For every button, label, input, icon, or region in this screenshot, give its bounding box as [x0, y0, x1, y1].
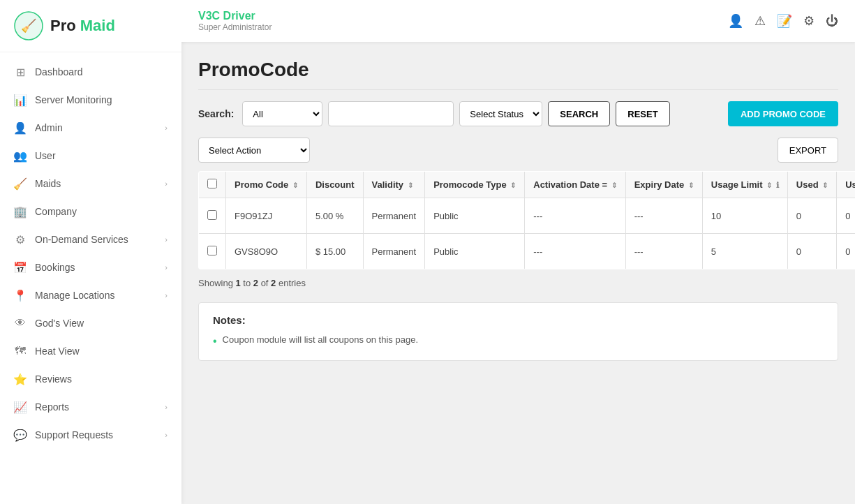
col-validity[interactable]: Validity ⇕ [363, 172, 425, 198]
sidebar-item-bookings[interactable]: 📅 Bookings › [0, 253, 181, 281]
logo: 🧹 Pro Maid [0, 0, 181, 52]
sort-icon: ⇕ [611, 181, 617, 189]
sidebar-item-support-requests[interactable]: 💬 Support Requests › [0, 421, 181, 449]
header-left: V3C Driver Super Administrator [198, 10, 272, 32]
info-icon: ℹ [776, 181, 779, 189]
header: V3C Driver Super Administrator 👤 ⚠ 📝 ⚙ ⏻ [181, 0, 855, 42]
chevron-icon: › [165, 291, 168, 299]
sidebar-item-reviews[interactable]: ⭐ Reviews [0, 365, 181, 393]
sidebar-item-maids[interactable]: 🧹 Maids › [0, 170, 181, 198]
sidebar-item-company[interactable]: 🏢 Company [0, 198, 181, 225]
svg-text:🧹: 🧹 [21, 18, 37, 34]
col-expiry-date[interactable]: Expiry Date ⇕ [625, 172, 702, 198]
col-used[interactable]: Used ⇕ [787, 172, 836, 198]
export-button[interactable]: EXPORT [778, 138, 838, 163]
table-header: Promo Code ⇕ Discount Validity ⇕ Promoco… [199, 172, 856, 198]
showing-to: 2 [253, 278, 258, 288]
status-select[interactable]: Select Status Active Inactive [459, 101, 542, 126]
chevron-icon: › [165, 403, 168, 411]
table-controls: Select Action Delete Selected EXPORT [198, 138, 838, 163]
cell-promocode-type: Public [425, 198, 525, 234]
notes-title: Notes: [213, 314, 824, 326]
sidebar-item-reports[interactable]: 📈 Reports › [0, 393, 181, 421]
sort-icon: ⇕ [510, 181, 516, 189]
alert-icon[interactable]: ⚠ [754, 13, 766, 29]
sidebar-item-heat-view[interactable]: 🗺 Heat View [0, 337, 181, 365]
sort-icon: ⇕ [766, 181, 772, 189]
action-select[interactable]: Select Action Delete Selected [198, 138, 310, 163]
chevron-icon: › [165, 179, 168, 188]
chevron-icon: › [165, 431, 168, 439]
sort-icon: ⇕ [822, 181, 828, 189]
nav-label-user: User [35, 150, 168, 161]
sidebar-item-gods-view[interactable]: 👁 God's View [0, 309, 181, 337]
sidebar-item-manage-locations[interactable]: 📍 Manage Locations › [0, 281, 181, 309]
sidebar-item-user[interactable]: 👥 User [0, 142, 181, 170]
nav-label-gods-view: God's View [35, 318, 168, 329]
note-item: Coupon module will list all coupons on t… [213, 333, 824, 349]
cell-used: 0 [787, 234, 836, 269]
cell-checkbox [199, 198, 226, 234]
cell-discount: $ 15.00 [306, 234, 363, 269]
nav-label-server-monitoring: Server Monitoring [35, 94, 168, 105]
header-icons: 👤 ⚠ 📝 ⚙ ⏻ [728, 13, 838, 29]
nav-icon-manage-locations: 📍 [14, 289, 27, 302]
nav-icon-company: 🏢 [14, 205, 27, 218]
nav-icon-on-demand-services: ⚙ [14, 233, 27, 246]
power-icon[interactable]: ⏻ [826, 14, 838, 29]
sidebar: 🧹 Pro Maid ⊞ Dashboard 📊 Server Monitori… [0, 0, 181, 504]
cell-usage-limit: 10 [702, 198, 787, 234]
cell-usage-limit: 5 [702, 234, 787, 269]
notes-list: Coupon module will list all coupons on t… [213, 333, 824, 349]
sidebar-item-admin[interactable]: 👤 Admin › [0, 114, 181, 142]
table-row: GVS8O9O $ 15.00 Permanent Public --- ---… [199, 234, 856, 269]
edit-icon[interactable]: 📝 [777, 13, 792, 29]
notes-box: Notes: Coupon module will list all coupo… [198, 302, 838, 361]
role: Super Administrator [198, 22, 272, 32]
showing-of: 2 [271, 278, 276, 288]
col-activation-date[interactable]: Activation Date = ⇕ [525, 172, 625, 198]
chevron-icon: › [165, 263, 168, 272]
logo-text: Pro Maid [50, 17, 115, 35]
sidebar-item-server-monitoring[interactable]: 📊 Server Monitoring [0, 86, 181, 114]
nav-label-dashboard: Dashboard [35, 66, 168, 77]
col-usage-limit[interactable]: Usage Limit ⇕ ℹ [702, 172, 787, 198]
user-icon[interactable]: 👤 [728, 13, 743, 29]
nav-label-reports: Reports [35, 401, 156, 413]
cell-used-in-schedule: 0 [837, 234, 855, 269]
add-promo-code-button[interactable]: ADD PROMO CODE [728, 101, 838, 126]
nav-icon-heat-view: 🗺 [14, 345, 27, 357]
promo-code-table: Promo Code ⇕ Discount Validity ⇕ Promoco… [198, 171, 855, 269]
nav-label-on-demand-services: On-Demand Services [35, 234, 156, 245]
showing-from: 1 [235, 278, 240, 288]
gear-icon[interactable]: ⚙ [803, 13, 815, 29]
search-filter-select[interactable]: All Promo Code Discount [242, 101, 322, 126]
sidebar-item-dashboard[interactable]: ⊞ Dashboard [0, 58, 181, 86]
table-body: F9O91ZJ 5.00 % Permanent Public --- --- … [199, 198, 856, 269]
chevron-icon: › [165, 124, 168, 132]
sort-icon: ⇕ [408, 181, 413, 189]
select-all-checkbox[interactable] [207, 179, 217, 188]
nav-label-support-requests: Support Requests [35, 429, 156, 440]
table-row: F9O91ZJ 5.00 % Permanent Public --- --- … [199, 198, 856, 234]
nav-icon-user: 👥 [14, 149, 27, 162]
cell-discount: 5.00 % [306, 198, 363, 234]
col-promo-code[interactable]: Promo Code ⇕ [226, 172, 307, 198]
nav-icon-support-requests: 💬 [14, 429, 27, 441]
sidebar-item-on-demand-services[interactable]: ⚙ On-Demand Services › [0, 225, 181, 253]
nav-label-maids: Maids [35, 178, 156, 189]
nav-icon-dashboard: ⊞ [14, 66, 27, 78]
nav-icon-maids: 🧹 [14, 177, 27, 190]
row-checkbox[interactable] [207, 246, 217, 255]
reset-button[interactable]: RESET [616, 101, 669, 126]
col-promocode-type[interactable]: Promocode Type ⇕ [425, 172, 525, 198]
page-content: PromoCode Search: All Promo Code Discoun… [181, 42, 855, 504]
cell-promo-code: GVS8O9O [226, 234, 307, 269]
nav-icon-reports: 📈 [14, 401, 27, 413]
search-button[interactable]: SEARCH [548, 101, 610, 126]
cell-activation-date: --- [525, 198, 625, 234]
cell-expiry-date: --- [625, 234, 702, 269]
search-input[interactable] [328, 101, 454, 126]
row-checkbox[interactable] [207, 210, 217, 220]
cell-used-in-schedule: 0 [837, 198, 855, 234]
